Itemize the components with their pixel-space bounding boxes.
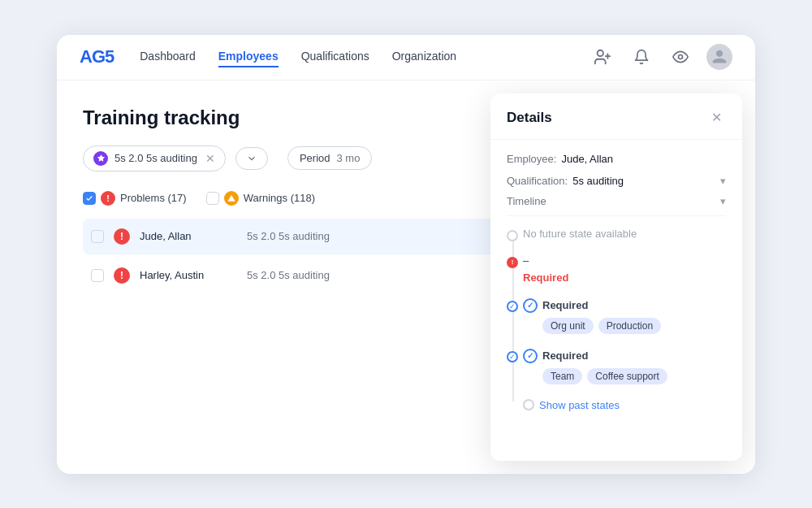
employee-label: Employee: (507, 153, 556, 165)
row-problem-icon-1: ! (114, 228, 130, 245)
tag-row-1: Org unit Production (542, 318, 726, 334)
row-name-2: Harley, Austin (140, 269, 237, 281)
required-icon-1: ✓ (523, 298, 538, 313)
period-value: 3 mo (336, 152, 360, 164)
details-title: Details (507, 110, 552, 126)
tag-coffee-support: Coffee support (587, 368, 667, 384)
nav-links: Dashboard Employees Qualifications Organ… (140, 46, 590, 67)
employee-value: Jude, Allan (561, 153, 613, 165)
row-name-1: Jude, Allan (140, 230, 237, 242)
warnings-label: Warnings (118) (244, 192, 315, 204)
filter-chip-qualification[interactable]: 5s 2.0 5s auditing ✕ (83, 145, 226, 172)
tag-orgunit: Org unit (542, 318, 594, 334)
details-employee-row: Employee: Jude, Allan (507, 153, 726, 165)
dot-check-1: ✓ (509, 302, 516, 310)
user-avatar[interactable] (706, 44, 732, 70)
tag-production: Production (598, 318, 661, 334)
required-label-1: Required (542, 299, 588, 311)
filter-chip-close[interactable]: ✕ (205, 152, 215, 165)
required-label-2: Required (542, 350, 588, 362)
divider (507, 215, 726, 216)
qualification-chevron-icon[interactable]: ▾ (720, 175, 726, 187)
row-checkbox-1[interactable] (91, 230, 104, 243)
timeline-dot-future (507, 230, 518, 241)
problems-checkbox[interactable] (83, 192, 96, 205)
nav-icons (590, 44, 732, 70)
timeline-required-item-2: ✓ ✓ Required Team Coffee support (523, 349, 726, 384)
timeline-current-item: ! – Required (523, 254, 726, 284)
no-future-state-text: No future state available (523, 228, 726, 240)
details-panel: Details ✕ Employee: Jude, Allan Qualific… (490, 93, 742, 461)
timeline-dot-completed-2: ✓ (507, 351, 518, 363)
warnings-checkbox[interactable] (206, 192, 219, 205)
timeline-chevron-icon[interactable]: ▾ (720, 195, 726, 207)
timeline-required-label: Required (523, 271, 726, 284)
user-add-icon[interactable] (590, 44, 615, 70)
bell-icon[interactable] (628, 44, 654, 70)
qualification-value: 5s auditing (572, 175, 624, 187)
warnings-icon (224, 191, 239, 206)
past-states-dot (523, 399, 534, 410)
filter-dropdown[interactable] (235, 147, 268, 170)
svg-point-3 (679, 55, 683, 59)
required-row-1: ✓ Required (523, 298, 726, 313)
filter-chip-label: 5s 2.0 5s auditing (114, 152, 197, 164)
nav-organization[interactable]: Organization (392, 46, 456, 67)
timeline-dash-label: – (523, 254, 726, 267)
tag-team: Team (542, 368, 582, 384)
app-logo: AG5 (80, 46, 114, 67)
qualification-label: Qualification: (507, 175, 568, 187)
show-past-states-label: Show past states (539, 399, 620, 411)
legend-warnings: Warnings (118) (206, 191, 315, 206)
details-close-button[interactable]: ✕ (706, 108, 726, 128)
nav-employees[interactable]: Employees (218, 46, 279, 67)
tag-row-2: Team Coffee support (542, 368, 726, 384)
details-body: Employee: Jude, Allan Qualification: 5s … (490, 140, 742, 461)
period-chip[interactable]: Period 3 mo (287, 146, 372, 170)
legend-problems: ! Problems (17) (83, 191, 187, 206)
main-content: Training tracking 5s 2.0 5s auditing ✕ P… (57, 80, 755, 474)
row-checkbox-2[interactable] (91, 269, 104, 282)
nav-qualifications[interactable]: Qualifications (301, 46, 369, 67)
details-timeline-row: Timeline ▾ (507, 195, 726, 207)
show-past-states-button[interactable]: Show past states (523, 399, 726, 411)
dot-inner: ! (512, 258, 514, 266)
svg-point-0 (598, 50, 603, 56)
timeline-label: Timeline (507, 195, 546, 207)
qualification-icon (93, 151, 108, 166)
timeline-no-future-item: No future state available (523, 228, 726, 240)
app-container: AG5 Dashboard Employees Qualifications O… (57, 35, 755, 474)
required-icon-2: ✓ (523, 349, 538, 363)
problems-icon: ! (101, 191, 115, 206)
nav-dashboard[interactable]: Dashboard (140, 46, 196, 67)
details-qualification-row: Qualification: 5s auditing ▾ (507, 175, 726, 187)
eye-icon[interactable] (667, 44, 693, 70)
timeline-dot-completed-1: ✓ (507, 301, 518, 312)
problems-label: Problems (17) (120, 192, 187, 204)
required-row-2: ✓ Required (523, 349, 726, 363)
period-label: Period (300, 152, 330, 164)
row-problem-icon-2: ! (114, 267, 130, 284)
dot-check-2: ✓ (509, 353, 516, 361)
navbar: AG5 Dashboard Employees Qualifications O… (57, 35, 755, 80)
timeline-dot-problem: ! (507, 257, 518, 268)
timeline-required-item-1: ✓ ✓ Required Org unit Production (523, 298, 726, 334)
details-header: Details ✕ (490, 93, 742, 140)
timeline-container: No future state available ! – Required (507, 228, 726, 411)
